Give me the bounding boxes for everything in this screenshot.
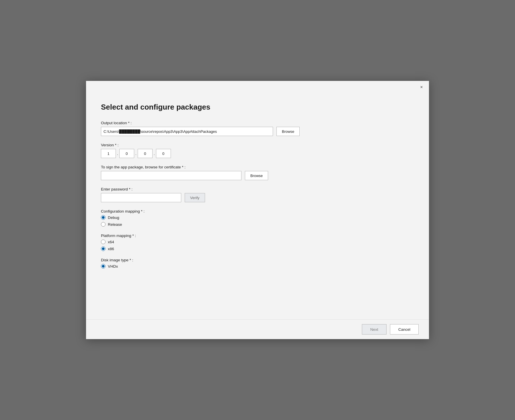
platform-x64-label: x64 bbox=[108, 240, 114, 244]
disk-image-type-group: VHDx bbox=[101, 264, 414, 269]
certificate-row: Browse bbox=[101, 171, 414, 180]
version-row: . . . bbox=[101, 149, 414, 158]
output-location-row: Browse bbox=[101, 127, 414, 136]
output-browse-button[interactable]: Browse bbox=[276, 127, 300, 136]
version-major-input[interactable] bbox=[101, 149, 116, 158]
dialog-titlebar: × bbox=[86, 81, 429, 94]
disk-vhdx-radio[interactable] bbox=[101, 264, 106, 269]
version-sep-1: . bbox=[116, 151, 119, 156]
disk-image-type-label: Disk image type * : bbox=[101, 258, 414, 262]
version-minor-input[interactable] bbox=[119, 149, 134, 158]
platform-x86-option[interactable]: x86 bbox=[101, 246, 414, 251]
platform-x64-option[interactable]: x64 bbox=[101, 240, 414, 244]
config-release-option[interactable]: Release bbox=[101, 222, 414, 227]
dialog-title: Select and configure packages bbox=[101, 103, 414, 112]
platform-x86-radio[interactable] bbox=[101, 246, 106, 251]
platform-x86-label: x86 bbox=[108, 247, 114, 251]
disk-vhdx-option[interactable]: VHDx bbox=[101, 264, 414, 269]
config-debug-radio[interactable] bbox=[101, 215, 106, 220]
output-location-input[interactable] bbox=[101, 127, 273, 136]
dialog-content: Select and configure packages Output loc… bbox=[86, 94, 429, 319]
password-section: Enter password * : Verify bbox=[101, 187, 414, 202]
disk-image-type-section: Disk image type * : VHDx bbox=[101, 258, 414, 269]
config-debug-option[interactable]: Debug bbox=[101, 215, 414, 220]
version-patch-input[interactable] bbox=[138, 149, 153, 158]
password-input[interactable] bbox=[101, 193, 181, 202]
close-button[interactable]: × bbox=[418, 83, 426, 91]
output-location-section: Output location * : Browse bbox=[101, 121, 414, 136]
cancel-button[interactable]: Cancel bbox=[390, 324, 419, 335]
config-debug-label: Debug bbox=[108, 215, 119, 220]
configuration-mapping-group: Debug Release bbox=[101, 215, 414, 227]
platform-mapping-group: x64 x86 bbox=[101, 240, 414, 251]
output-location-label: Output location * : bbox=[101, 121, 414, 125]
certificate-label: To sign the app package, browse for cert… bbox=[101, 165, 414, 169]
config-release-radio[interactable] bbox=[101, 222, 106, 227]
version-build-input[interactable] bbox=[156, 149, 171, 158]
next-button[interactable]: Next bbox=[362, 324, 387, 335]
configuration-mapping-label: Configuration mapping * : bbox=[101, 209, 414, 213]
certificate-section: To sign the app package, browse for cert… bbox=[101, 165, 414, 180]
certificate-input[interactable] bbox=[101, 171, 241, 180]
dialog: × Select and configure packages Output l… bbox=[86, 81, 429, 339]
version-section: Version * : . . . bbox=[101, 143, 414, 158]
config-release-label: Release bbox=[108, 222, 122, 227]
version-label: Version * : bbox=[101, 143, 414, 147]
platform-mapping-label: Platform mapping * : bbox=[101, 234, 414, 238]
platform-x64-radio[interactable] bbox=[101, 240, 106, 244]
version-sep-2: . bbox=[134, 151, 138, 156]
configuration-mapping-section: Configuration mapping * : Debug Release bbox=[101, 209, 414, 227]
dialog-footer: Next Cancel bbox=[86, 319, 429, 339]
verify-button[interactable]: Verify bbox=[185, 193, 205, 202]
password-label: Enter password * : bbox=[101, 187, 414, 191]
platform-mapping-section: Platform mapping * : x64 x86 bbox=[101, 234, 414, 251]
password-row: Verify bbox=[101, 193, 414, 202]
version-sep-3: . bbox=[153, 151, 156, 156]
disk-vhdx-label: VHDx bbox=[108, 264, 118, 269]
certificate-browse-button[interactable]: Browse bbox=[245, 171, 268, 180]
